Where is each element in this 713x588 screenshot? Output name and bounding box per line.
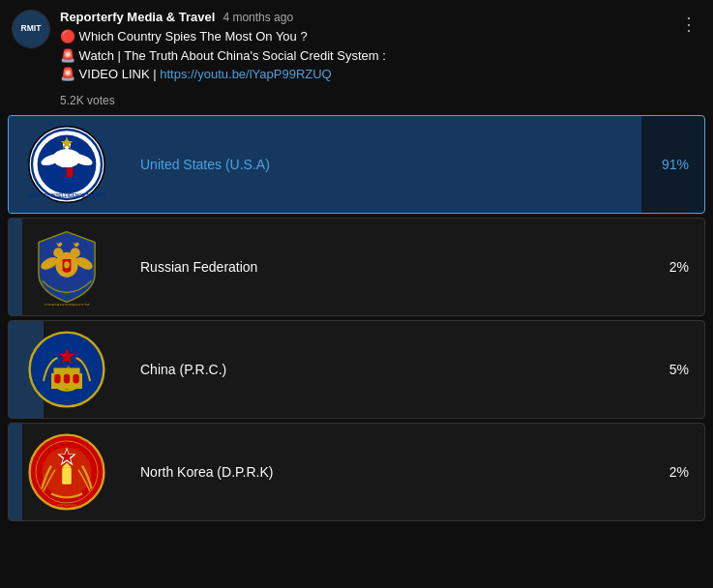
title-line1: 🔴 Which Country Spies The Most On You ? (60, 29, 308, 44)
svg-text:СЛУЖБА БЕЗОПАСНОСТИ: СЛУЖБА БЕЗОПАСНОСТИ (45, 304, 90, 306)
poll-label-usa: United States (U.S.A) (125, 157, 646, 172)
poll-percent-nkorea: 2% (654, 464, 704, 480)
poll-flag-usa: CENTRAL INTELLIGENCE AGENCY (9, 116, 125, 213)
svg-rect-28 (64, 373, 70, 383)
header: RMIT Reporterfy Media & Travel 4 months … (0, 0, 713, 90)
more-options-icon[interactable]: ⋮ (676, 10, 701, 39)
post-title: 🔴 Which Country Spies The Most On You ? … (60, 27, 667, 84)
video-link[interactable]: https://youtu.be/lYapP99RZUQ (160, 67, 332, 81)
svg-point-15 (53, 248, 63, 257)
svg-text:☭: ☭ (64, 364, 71, 372)
svg-point-21 (64, 261, 70, 268)
title-line3: 🚨 VIDEO LINK | (60, 67, 157, 81)
svg-text:RMIT: RMIT (21, 23, 43, 33)
channel-name[interactable]: Reporterfy Media & Travel (60, 10, 215, 24)
poll-flag-russia: СЛУЖБА БЕЗОПАСНОСТИ (9, 219, 125, 315)
svg-rect-27 (54, 373, 60, 383)
svg-rect-29 (73, 373, 78, 383)
svg-text:인민보안성: 인민보안성 (57, 503, 76, 508)
poll-label-nkorea: North Korea (D.P.R.K) (125, 464, 654, 480)
svg-text:CENTRAL INTELLIGENCE AGENCY: CENTRAL INTELLIGENCE AGENCY (28, 192, 105, 197)
votes-count: 5.2K votes (0, 90, 713, 115)
poll-item-usa[interactable]: CENTRAL INTELLIGENCE AGENCY United State… (8, 115, 705, 214)
poll-percent-china: 5% (654, 362, 704, 377)
poll-percent-usa: 91% (646, 157, 704, 172)
poll-item-china[interactable]: ☭ China (P.R.C.) 5% (8, 320, 705, 419)
svg-rect-13 (61, 167, 67, 177)
poll-item-russia[interactable]: СЛУЖБА БЕЗОПАСНОСТИ Russian Federation 2… (8, 218, 705, 316)
poll-flag-china: ☭ (9, 321, 125, 418)
poll-label-china: China (P.R.C.) (125, 362, 654, 377)
header-content: Reporterfy Media & Travel 4 months ago 🔴… (60, 10, 667, 84)
post-time: 4 months ago (223, 11, 293, 24)
poll-percent-russia: 2% (654, 259, 704, 275)
channel-meta: Reporterfy Media & Travel 4 months ago (60, 10, 667, 24)
poll-label-russia: Russian Federation (125, 259, 654, 275)
svg-rect-37 (62, 467, 72, 485)
poll-container: CENTRAL INTELLIGENCE AGENCY United State… (0, 115, 713, 521)
poll-item-nkorea[interactable]: 인민보안성 North Korea (D.P.R.K) 2% (8, 423, 705, 521)
svg-point-16 (71, 248, 80, 257)
title-line2: 🚨 Watch | The Truth About China's Social… (60, 48, 386, 63)
channel-avatar[interactable]: RMIT (12, 10, 50, 48)
poll-flag-nkorea: 인민보안성 (9, 424, 125, 520)
